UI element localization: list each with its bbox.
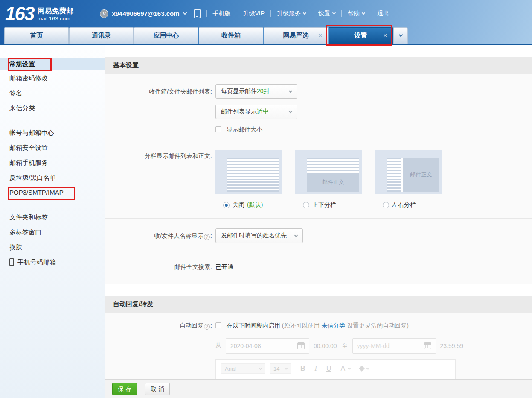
logo-title: 网易免费邮	[37, 7, 73, 15]
name-display-select[interactable]: 发邮件时填写的姓名优先	[215, 228, 303, 243]
sidebar-item-account-center[interactable]: 帐号与邮箱中心	[0, 125, 105, 140]
sidebar-item-antispam[interactable]: 反垃圾/黑白名单	[0, 170, 105, 185]
tab-list-dropdown[interactable]	[393, 27, 408, 44]
from-date-field[interactable]	[226, 338, 309, 354]
section-header-autoreply: 自动回复/转发	[105, 296, 532, 313]
row-label: 自动回复	[180, 322, 203, 329]
mobile-phone-icon[interactable]	[194, 9, 201, 18]
sidebar-item-mobile-number-mailbox[interactable]: 手机号码邮箱	[0, 255, 105, 269]
radio-split-vertical[interactable]: 左右分栏	[375, 201, 455, 209]
account-menu[interactable]: V x944906697@163.com	[100, 9, 186, 18]
chevron-down-icon	[183, 11, 187, 15]
close-icon[interactable]: ×	[318, 32, 322, 39]
account-email: x944906697@163.com	[112, 10, 179, 17]
radio-split-off[interactable]: 关闭 (默认)	[215, 201, 295, 209]
from-date-input[interactable]	[230, 342, 290, 349]
chevron-down-icon	[259, 366, 262, 369]
row-name-display: 收/发件人名称显示?: 发邮件时填写的姓名优先	[105, 219, 532, 253]
help-icon[interactable]: ?	[204, 324, 210, 330]
underline-button[interactable]: U	[326, 365, 331, 372]
row-split-view: 分栏显示邮件列表和正文: 邮件正文	[105, 145, 532, 219]
link-upgrade-services[interactable]: 升级服务	[277, 10, 306, 18]
chevron-down-icon	[294, 233, 298, 237]
row-label: 收/发件人名称显示	[154, 232, 203, 239]
tab-home[interactable]: 首页	[4, 27, 69, 44]
mail-list-thumbnail	[307, 158, 359, 172]
tab-contacts[interactable]: 通讯录	[69, 27, 134, 44]
header-background: 163 网易免费邮 mail.163.com V x944906697@163.…	[0, 0, 532, 45]
italic-button[interactable]: I	[315, 365, 317, 372]
autoreply-enable-checkbox[interactable]	[215, 322, 221, 328]
top-bar: 163 网易免费邮 mail.163.com V x944906697@163.…	[0, 0, 532, 27]
save-bar: 保存 取消	[105, 379, 532, 398]
sidebar-item-signature[interactable]: 签名	[0, 85, 105, 100]
mail-list-thumbnail	[227, 158, 279, 192]
link-settings[interactable]: 设置	[318, 10, 335, 18]
sidebar-divider	[5, 120, 98, 120]
radio-split-horizontal[interactable]: 上下分栏	[295, 201, 375, 209]
preview-split-horizontal[interactable]: 邮件正文	[295, 150, 362, 194]
separator	[206, 10, 207, 17]
row-inbox-list: 收件箱/文件夹邮件列表: 每页显示邮件20封 邮件列表显示适中 显示邮件大小	[105, 74, 532, 145]
from-label: 从	[215, 342, 221, 350]
help-icon[interactable]: ?	[204, 234, 210, 240]
fulltext-search-status: 已开通	[215, 263, 233, 271]
annotation-box-general-settings	[8, 58, 52, 71]
link-upgrade-vip[interactable]: 升级VIP	[243, 10, 265, 18]
preview-split-off[interactable]	[215, 150, 282, 194]
phone-icon	[9, 258, 14, 266]
row-fulltext-search: 邮件全文搜索: 已开通	[105, 253, 532, 284]
separator	[341, 10, 342, 17]
checkbox-label: 显示邮件大小	[227, 126, 262, 133]
sidebar-item-password-change[interactable]: 邮箱密码修改	[0, 70, 105, 85]
calendar-icon[interactable]	[424, 342, 431, 349]
save-button[interactable]: 保存	[112, 383, 137, 395]
radio-icon	[303, 202, 309, 208]
link-logout[interactable]: 退出	[377, 10, 389, 18]
autoreply-editor: Arial 14 B I U A	[215, 359, 456, 379]
logo-domain: mail.163.com	[37, 15, 73, 22]
settings-sidebar: 常规设置 邮箱密码修改 签名 来信分类 帐号与邮箱中心 邮箱安全设置 邮箱手机服…	[0, 45, 105, 398]
chevron-down-icon	[348, 366, 351, 369]
163-logo[interactable]: 163 网易免费邮 mail.163.com	[5, 4, 73, 23]
chevron-down-icon	[398, 33, 403, 37]
sidebar-item-folders-labels[interactable]: 文件夹和标签	[0, 210, 105, 225]
density-value: 适中	[257, 108, 269, 115]
font-color-button[interactable]: A	[340, 365, 345, 372]
section-body-basic-settings: 收件箱/文件夹邮件列表: 每页显示邮件20封 邮件列表显示适中 显示邮件大小	[105, 74, 532, 284]
bold-button[interactable]: B	[300, 365, 305, 372]
chevron-down-icon	[289, 109, 292, 113]
chevron-down-icon	[303, 11, 306, 15]
to-label: 至	[342, 342, 348, 350]
preview-split-vertical[interactable]: 邮件正文	[375, 150, 442, 194]
settings-content: 基本设置 收件箱/文件夹邮件列表: 每页显示邮件20封 邮件列表显示适中	[105, 45, 532, 379]
annotation-box-pop3-smtp-imap	[8, 187, 75, 200]
font-size-select[interactable]: 14	[270, 363, 291, 374]
mail-body-thumbnail: 邮件正文	[307, 173, 359, 192]
show-mail-size-checkbox[interactable]	[215, 126, 221, 132]
to-date-field[interactable]	[352, 338, 436, 354]
sidebar-item-mail-classification[interactable]: 来信分类	[0, 100, 105, 115]
link-help[interactable]: 帮助	[348, 10, 365, 18]
row-label: 收件箱/文件夹邮件列表:	[105, 84, 212, 134]
page-size-select[interactable]: 每页显示邮件20封	[215, 84, 297, 99]
list-density-select[interactable]: 邮件列表显示适中	[215, 105, 297, 119]
sidebar-item-security-settings[interactable]: 邮箱安全设置	[0, 140, 105, 155]
annotation-box-settings-tab	[326, 25, 392, 46]
chevron-down-icon	[366, 366, 369, 369]
sidebar-item-skins[interactable]: 换肤	[0, 240, 105, 255]
sidebar-item-multitab-window[interactable]: 多标签窗口	[0, 225, 105, 240]
tab-inbox[interactable]: 收件箱	[199, 27, 263, 44]
highlight-color-icon[interactable]	[359, 366, 365, 372]
tab-app-center[interactable]: 应用中心	[134, 27, 198, 44]
font-family-select[interactable]: Arial	[221, 363, 265, 374]
to-date-input[interactable]	[357, 342, 417, 349]
link-mobile-version[interactable]: 手机版	[213, 10, 231, 18]
chevron-down-icon	[332, 11, 336, 15]
calendar-icon[interactable]	[297, 342, 305, 349]
separator	[371, 10, 371, 17]
cancel-button[interactable]: 取消	[145, 383, 170, 395]
tab-yanxuan[interactable]: 网易严选×	[264, 27, 328, 44]
mail-classification-link[interactable]: 来信分类	[321, 322, 345, 329]
sidebar-item-mobile-services[interactable]: 邮箱手机服务	[0, 155, 105, 170]
